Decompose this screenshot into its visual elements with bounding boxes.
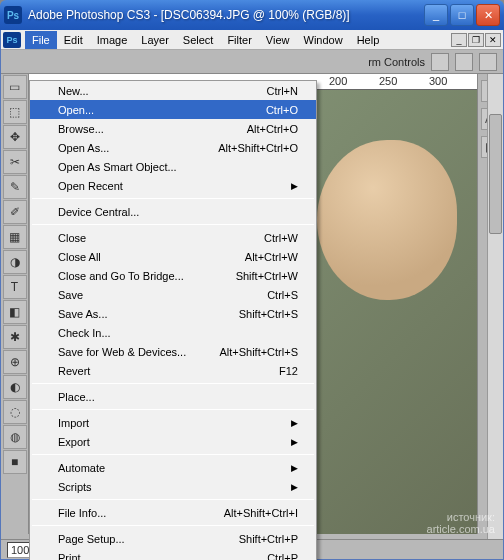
menu-item-label: Automate xyxy=(58,462,291,474)
tool-11[interactable]: ⊕ xyxy=(3,350,27,374)
menu-separator xyxy=(32,198,314,199)
menu-item-label: Page Setup... xyxy=(58,533,219,545)
watermark: источник: article.com.ua xyxy=(427,511,495,535)
menu-separator xyxy=(32,383,314,384)
tool-5[interactable]: ✐ xyxy=(3,200,27,224)
menu-item-open[interactable]: Open...Ctrl+O xyxy=(30,100,316,119)
menu-shortcut: Ctrl+W xyxy=(244,232,298,244)
tool-0[interactable]: ▭ xyxy=(3,75,27,99)
menu-item-check-in[interactable]: Check In... xyxy=(30,323,316,342)
submenu-arrow-icon: ▶ xyxy=(291,437,298,447)
menu-item-revert[interactable]: RevertF12 xyxy=(30,361,316,380)
submenu-arrow-icon: ▶ xyxy=(291,463,298,473)
mdi-minimize-button[interactable]: _ xyxy=(451,33,467,47)
menu-item-file-info[interactable]: File Info...Alt+Shift+Ctrl+I xyxy=(30,503,316,522)
menu-shortcut: Alt+Shift+Ctrl+I xyxy=(204,507,298,519)
menu-item-save-for-web-devices[interactable]: Save for Web & Devices...Alt+Shift+Ctrl+… xyxy=(30,342,316,361)
menu-item-print[interactable]: Print...Ctrl+P xyxy=(30,548,316,560)
tool-3[interactable]: ✂ xyxy=(3,150,27,174)
tool-12[interactable]: ◐ xyxy=(3,375,27,399)
window-title: Adobe Photoshop CS3 - [DSC06394.JPG @ 10… xyxy=(28,8,424,22)
options-icon-3[interactable] xyxy=(479,53,497,71)
menu-item-close[interactable]: CloseCtrl+W xyxy=(30,228,316,247)
menu-shortcut: Alt+Ctrl+O xyxy=(227,123,298,135)
tool-2[interactable]: ✥ xyxy=(3,125,27,149)
menu-edit[interactable]: Edit xyxy=(57,31,90,49)
options-icon-2[interactable] xyxy=(455,53,473,71)
menu-item-close-all[interactable]: Close AllAlt+Ctrl+W xyxy=(30,247,316,266)
menu-help[interactable]: Help xyxy=(350,31,387,49)
options-bar: rm Controls xyxy=(1,50,503,74)
menu-item-save[interactable]: SaveCtrl+S xyxy=(30,285,316,304)
menu-shortcut: Ctrl+N xyxy=(247,85,298,97)
menu-window[interactable]: Window xyxy=(297,31,350,49)
tool-6[interactable]: ▦ xyxy=(3,225,27,249)
menu-item-label: File Info... xyxy=(58,507,204,519)
menu-image[interactable]: Image xyxy=(90,31,135,49)
tool-8[interactable]: T xyxy=(3,275,27,299)
mdi-close-button[interactable]: ✕ xyxy=(485,33,501,47)
scrollbar-thumb[interactable] xyxy=(489,114,502,234)
tool-14[interactable]: ◍ xyxy=(3,425,27,449)
close-button[interactable]: ✕ xyxy=(476,4,500,26)
tool-15[interactable]: ■ xyxy=(3,450,27,474)
menu-shortcut: Alt+Ctrl+W xyxy=(225,251,298,263)
menu-item-label: Close xyxy=(58,232,244,244)
menu-item-open-recent[interactable]: Open Recent▶ xyxy=(30,176,316,195)
menu-item-label: Place... xyxy=(58,391,298,403)
menu-separator xyxy=(32,409,314,410)
menu-item-label: Import xyxy=(58,417,291,429)
menu-shortcut: Ctrl+O xyxy=(246,104,298,116)
menu-item-label: Open Recent xyxy=(58,180,291,192)
menu-file[interactable]: File xyxy=(25,31,57,49)
tool-13[interactable]: ◌ xyxy=(3,400,27,424)
menu-item-export[interactable]: Export▶ xyxy=(30,432,316,451)
menu-item-open-as[interactable]: Open As...Alt+Shift+Ctrl+O xyxy=(30,138,316,157)
menu-item-device-central[interactable]: Device Central... xyxy=(30,202,316,221)
menu-item-scripts[interactable]: Scripts▶ xyxy=(30,477,316,496)
submenu-arrow-icon: ▶ xyxy=(291,482,298,492)
tool-10[interactable]: ✱ xyxy=(3,325,27,349)
menu-layer[interactable]: Layer xyxy=(134,31,176,49)
menu-item-page-setup[interactable]: Page Setup...Shift+Ctrl+P xyxy=(30,529,316,548)
menu-item-label: Browse... xyxy=(58,123,227,135)
menu-item-label: Open As... xyxy=(58,142,198,154)
menu-filter[interactable]: Filter xyxy=(220,31,258,49)
title-bar: Ps Adobe Photoshop CS3 - [DSC06394.JPG @… xyxy=(0,0,504,30)
tool-1[interactable]: ⬚ xyxy=(3,100,27,124)
menu-item-label: Close All xyxy=(58,251,225,263)
menu-shortcut: Shift+Ctrl+W xyxy=(216,270,298,282)
toolbox: ▭⬚✥✂✎✐▦◑T◧✱⊕◐◌◍■ xyxy=(1,74,29,534)
tool-9[interactable]: ◧ xyxy=(3,300,27,324)
minimize-button[interactable]: _ xyxy=(424,4,448,26)
menu-select[interactable]: Select xyxy=(176,31,221,49)
menu-item-label: Close and Go To Bridge... xyxy=(58,270,216,282)
menu-item-label: Save xyxy=(58,289,247,301)
menu-shortcut: Shift+Ctrl+S xyxy=(219,308,298,320)
tool-4[interactable]: ✎ xyxy=(3,175,27,199)
menu-item-import[interactable]: Import▶ xyxy=(30,413,316,432)
menu-item-browse[interactable]: Browse...Alt+Ctrl+O xyxy=(30,119,316,138)
menu-item-label: Export xyxy=(58,436,291,448)
submenu-arrow-icon: ▶ xyxy=(291,418,298,428)
tool-7[interactable]: ◑ xyxy=(3,250,27,274)
menu-item-label: Open... xyxy=(58,104,246,116)
menu-item-new[interactable]: New...Ctrl+N xyxy=(30,81,316,100)
menu-shortcut: Shift+Ctrl+P xyxy=(219,533,298,545)
menu-item-label: Open As Smart Object... xyxy=(58,161,298,173)
menu-item-save-as[interactable]: Save As...Shift+Ctrl+S xyxy=(30,304,316,323)
menu-item-automate[interactable]: Automate▶ xyxy=(30,458,316,477)
menu-item-label: Save for Web & Devices... xyxy=(58,346,199,358)
menu-item-place[interactable]: Place... xyxy=(30,387,316,406)
vertical-scrollbar[interactable] xyxy=(487,74,503,539)
options-icon-1[interactable] xyxy=(431,53,449,71)
ps-icon: Ps xyxy=(3,32,21,48)
menu-separator xyxy=(32,525,314,526)
menu-item-open-as-smart-object[interactable]: Open As Smart Object... xyxy=(30,157,316,176)
menu-item-close-and-go-to-bridge[interactable]: Close and Go To Bridge...Shift+Ctrl+W xyxy=(30,266,316,285)
menu-item-label: Revert xyxy=(58,365,259,377)
mdi-restore-button[interactable]: ❐ xyxy=(468,33,484,47)
options-label: rm Controls xyxy=(368,56,425,68)
menu-view[interactable]: View xyxy=(259,31,297,49)
maximize-button[interactable]: □ xyxy=(450,4,474,26)
